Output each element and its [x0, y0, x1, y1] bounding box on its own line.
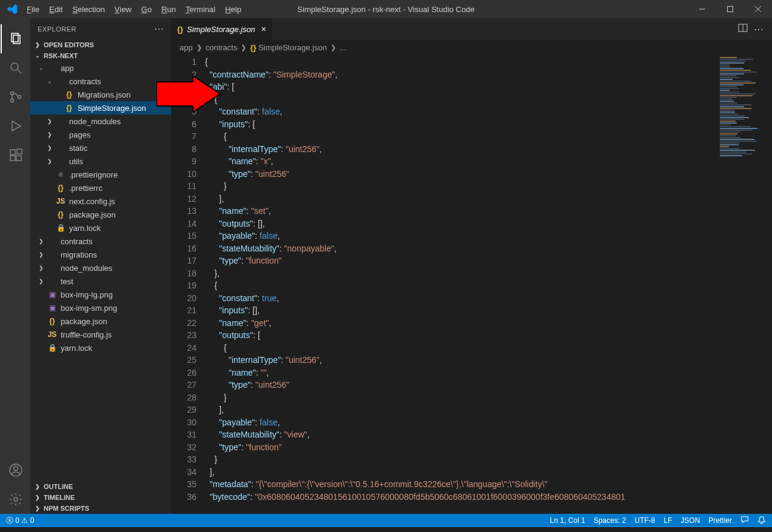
- close-button[interactable]: [744, 0, 772, 18]
- svg-marker-11: [12, 121, 21, 131]
- section-timeline[interactable]: ❯TIMELINE: [30, 492, 171, 503]
- svg-rect-12: [10, 150, 15, 155]
- indent-spaces[interactable]: Spaces: 2: [594, 516, 626, 525]
- explorer-title: EXPLORER: [38, 25, 76, 33]
- breadcrumb-item[interactable]: ...: [340, 43, 346, 52]
- tree-item-yarn-lock[interactable]: 🔒yarn.lock: [30, 341, 171, 354]
- tab-label: SimpleStorage.json: [187, 25, 255, 34]
- split-editor-icon[interactable]: [738, 23, 748, 35]
- more-editor-icon[interactable]: ⋯: [754, 24, 764, 35]
- tree-item-package-json[interactable]: {}package.json: [30, 208, 171, 221]
- svg-point-9: [11, 99, 14, 102]
- tree-item-SimpleStorage-json[interactable]: {}SimpleStorage.json: [30, 101, 171, 115]
- tab-bar: {} SimpleStorage.json × ⋯: [171, 18, 772, 40]
- tree-item-node_modules[interactable]: ❯node_modules: [30, 115, 171, 128]
- svg-point-8: [11, 92, 14, 95]
- explorer-icon[interactable]: [1, 24, 30, 53]
- tree-item-test[interactable]: ❯test: [30, 274, 171, 288]
- breadcrumb-item[interactable]: contracts: [206, 43, 238, 52]
- svg-rect-14: [16, 156, 21, 161]
- svg-rect-13: [10, 156, 15, 161]
- tab-simplestorage[interactable]: {} SimpleStorage.json ×: [171, 18, 273, 40]
- menu-selection[interactable]: Selection: [69, 2, 108, 16]
- run-debug-icon[interactable]: [1, 111, 30, 141]
- prettier-status[interactable]: Prettier: [708, 516, 732, 525]
- tree-item--prettierrc[interactable]: {}.prettierrc: [30, 181, 171, 195]
- section-project[interactable]: ⌄RSK-NEXT: [30, 50, 171, 61]
- eol[interactable]: LF: [663, 516, 672, 525]
- explorer-header: EXPLORER ⋯: [30, 18, 171, 39]
- svg-point-18: [14, 497, 18, 501]
- feedback-icon[interactable]: [740, 516, 749, 526]
- cursor-position[interactable]: Ln 1, Col 1: [550, 516, 585, 525]
- tree-item-box-img-sm-png[interactable]: ▣box-img-sm.png: [30, 301, 171, 314]
- annotation-arrow-icon: [156, 76, 223, 112]
- menu-go[interactable]: Go: [138, 2, 155, 16]
- tree-item-node_modules[interactable]: ❯node_modules: [30, 261, 171, 274]
- breadcrumb-item[interactable]: app: [180, 43, 193, 52]
- encoding[interactable]: UTF-8: [634, 516, 655, 525]
- errors-warnings[interactable]: ⓧ 0 ⚠ 0: [6, 516, 34, 526]
- svg-point-6: [11, 63, 18, 70]
- minimap[interactable]: [711, 55, 772, 514]
- menu-help[interactable]: Help: [221, 2, 245, 16]
- tree-item-truffle-config-js[interactable]: JStruffle-config.js: [30, 328, 171, 341]
- maximize-button[interactable]: [716, 0, 744, 18]
- svg-rect-4: [12, 33, 18, 42]
- tree-item-box-img-lg-png[interactable]: ▣box-img-lg.png: [30, 288, 171, 301]
- menu-view[interactable]: View: [111, 2, 135, 16]
- svg-line-7: [18, 70, 21, 73]
- menu-edit[interactable]: Edit: [45, 2, 66, 16]
- settings-gear-icon[interactable]: [1, 485, 30, 514]
- editor-area: {} SimpleStorage.json × ⋯ app❯contracts❯…: [171, 18, 772, 514]
- status-bar: ⓧ 0 ⚠ 0 Ln 1, Col 1 Spaces: 2 UTF-8 LF J…: [0, 514, 772, 527]
- line-gutter: 1234567891011121314151617181920212223242…: [171, 55, 205, 514]
- menu-terminal[interactable]: Terminal: [182, 2, 219, 16]
- svg-rect-1: [728, 7, 733, 12]
- minimize-button[interactable]: [688, 0, 716, 18]
- tree-item-migrations[interactable]: ❯migrations: [30, 248, 171, 261]
- activity-bar: [0, 18, 30, 514]
- tree-item-Migrations-json[interactable]: {}Migrations.json: [30, 88, 171, 101]
- section-npm-scripts[interactable]: ❯NPM SCRIPTS: [30, 503, 171, 514]
- braces-icon: {}: [177, 25, 183, 34]
- tree-item-next-config-js[interactable]: JSnext.config.js: [30, 195, 171, 208]
- account-icon[interactable]: [1, 456, 30, 485]
- tree-item-pages[interactable]: ❯pages: [30, 128, 171, 141]
- section-open-editors[interactable]: ❯OPEN EDITORS: [30, 39, 171, 50]
- menu-run[interactable]: Run: [158, 2, 180, 16]
- file-tree: ⌄app⌄contracts{}Migrations.json{}SimpleS…: [30, 61, 171, 481]
- titlebar: FileEditSelectionViewGoRunTerminalHelp S…: [0, 0, 772, 18]
- tree-item-package-json[interactable]: {}package.json: [30, 314, 171, 328]
- svg-rect-15: [17, 149, 22, 154]
- svg-point-10: [18, 96, 21, 99]
- svg-rect-5: [13, 35, 20, 44]
- section-outline[interactable]: ❯OUTLINE: [30, 481, 171, 492]
- bell-icon[interactable]: [757, 516, 766, 526]
- tree-item-app[interactable]: ⌄app: [30, 61, 171, 75]
- search-icon[interactable]: [1, 53, 30, 82]
- more-icon[interactable]: ⋯: [154, 23, 164, 35]
- breadcrumbs[interactable]: app❯contracts❯{} SimpleStorage.json❯...: [171, 40, 772, 55]
- code-content[interactable]: { "contractName": "SimpleStorage", "abi"…: [205, 55, 711, 514]
- source-control-icon[interactable]: [1, 82, 30, 111]
- tree-item-yarn-lock[interactable]: 🔒yarn.lock: [30, 221, 171, 234]
- tree-item-contracts[interactable]: ❯contracts: [30, 234, 171, 248]
- menu-file[interactable]: File: [23, 2, 43, 16]
- tree-item-static[interactable]: ❯static: [30, 141, 171, 155]
- tree-item-utils[interactable]: ❯utils: [30, 155, 171, 168]
- language-mode[interactable]: JSON: [680, 516, 700, 525]
- extensions-icon[interactable]: [1, 141, 30, 170]
- svg-marker-21: [156, 76, 220, 112]
- vscode-logo-icon: [6, 3, 18, 15]
- close-tab-icon[interactable]: ×: [261, 24, 266, 34]
- tree-item-contracts[interactable]: ⌄contracts: [30, 75, 171, 88]
- breadcrumb-item[interactable]: {} SimpleStorage.json: [250, 43, 326, 52]
- sidebar-explorer: EXPLORER ⋯ ❯OPEN EDITORS ⌄RSK-NEXT ⌄app⌄…: [30, 18, 171, 514]
- menubar: FileEditSelectionViewGoRunTerminalHelp: [23, 2, 245, 16]
- svg-point-17: [14, 467, 18, 471]
- window-title: SimpleStorage.json - rsk-next - Visual S…: [297, 5, 474, 14]
- tree-item--prettierignore[interactable]: ≡.prettierignore: [30, 168, 171, 181]
- code-editor[interactable]: 1234567891011121314151617181920212223242…: [171, 55, 772, 514]
